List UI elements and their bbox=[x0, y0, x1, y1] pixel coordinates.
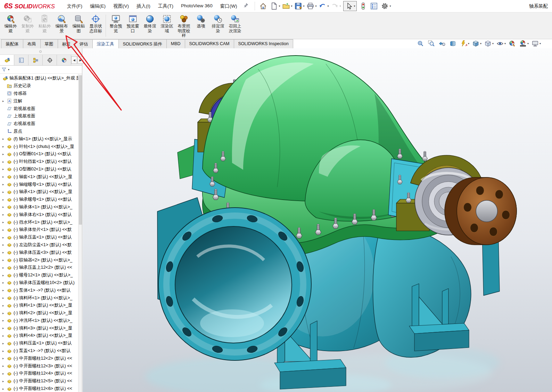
expand-arrow-icon[interactable]: ▸ bbox=[2, 243, 7, 247]
heads-up-button[interactable]: ▾ bbox=[472, 40, 481, 47]
expand-arrow-icon[interactable]: ▸ bbox=[2, 364, 7, 368]
tree-item[interactable]: ▸ (-) 中开面螺柱12<6> (默认) << bbox=[0, 385, 78, 392]
quick-toolbar-button[interactable]: ▾ bbox=[380, 1, 392, 11]
expand-arrow-icon[interactable]: ▸ bbox=[2, 190, 7, 194]
tree-item[interactable]: ▸ (-) 轴承压盖<1> (默认) <<默认 bbox=[0, 234, 78, 241]
tree-item[interactable]: 上视基准面 bbox=[0, 112, 78, 120]
pump-model-3d[interactable] bbox=[83, 48, 552, 392]
expand-arrow-icon[interactable]: ▸ bbox=[2, 213, 7, 216]
ribbon-button[interactable]: 预览窗 口 bbox=[124, 14, 141, 38]
tree-item[interactable]: ▸ (-) 轴承体右<1> (默认) <<默认 bbox=[0, 211, 78, 218]
expand-arrow-icon[interactable]: ▸ bbox=[2, 175, 7, 178]
tree-item[interactable]: ▸ (-) 填料<1> (默认) <<默认>_显 bbox=[0, 302, 78, 309]
quick-toolbar-button[interactable] bbox=[369, 1, 379, 11]
heads-up-button[interactable]: ▾ bbox=[460, 40, 469, 47]
expand-arrow-icon[interactable]: ▸ bbox=[2, 342, 7, 345]
tree-item[interactable]: ▸ (-) 轴套<1> (默认) <<默认>_显 bbox=[0, 173, 78, 181]
expand-arrow-icon[interactable]: ▸ bbox=[2, 319, 7, 322]
command-tab[interactable]: 评估 bbox=[75, 39, 93, 48]
tree-item[interactable]: ▸ (-) 联轴器<2> (默认) <<默认>_ bbox=[0, 256, 78, 264]
expand-arrow-icon[interactable]: ▸ bbox=[2, 258, 7, 262]
quick-toolbar-button[interactable] bbox=[258, 1, 269, 11]
expand-arrow-icon[interactable]: ▸ bbox=[2, 198, 7, 201]
dropdown-caret[interactable]: ▾ bbox=[315, 5, 316, 8]
dropdown-caret[interactable]: ▾ bbox=[480, 42, 481, 45]
quick-toolbar-button[interactable]: ▾ bbox=[318, 1, 329, 11]
command-tab[interactable]: 标注 bbox=[58, 39, 75, 48]
tree-item[interactable]: ▸ (-) 填料环<1> (默认) <<默认>_ bbox=[0, 294, 78, 302]
tree-item[interactable]: ▸ (-) 轴承<1> (默认) <<默认>_显 bbox=[0, 188, 78, 196]
tree-item[interactable]: ▸ (-) O型圈01<1> (默认) <<默认 bbox=[0, 150, 78, 158]
expand-arrow-icon[interactable]: ▸ bbox=[2, 145, 7, 148]
dropdown-caret[interactable]: ▾ bbox=[354, 5, 355, 8]
quick-toolbar-button[interactable]: ▾ bbox=[294, 1, 305, 11]
feature-manager-tab[interactable] bbox=[14, 55, 28, 65]
dropdown-caret[interactable]: ▾ bbox=[291, 5, 292, 8]
tree-item[interactable]: ▸ (-) 轴承体压盖螺柱10<2> (默认) bbox=[0, 279, 78, 287]
dropdown-caret[interactable]: ▾ bbox=[492, 42, 494, 45]
dropdown-caret[interactable]: ▾ bbox=[468, 42, 469, 45]
tree-item[interactable]: ▸ (-) 填料压盖<1> (默认) <<默认 bbox=[0, 340, 78, 347]
splitter-handle-icon[interactable] bbox=[39, 50, 42, 53]
tree-item[interactable]: ▸ (-) 泵体<1> ->? (默认) <<默认 bbox=[0, 286, 78, 294]
tree-item[interactable]: ▸ (-) 叶轮挡套<1> (默认) <<默认 bbox=[0, 158, 78, 166]
expand-arrow-icon[interactable]: ▸ bbox=[2, 289, 7, 292]
feature-manager-tab[interactable] bbox=[28, 55, 43, 65]
tree-item[interactable]: ▸ (-) 轴承螺母<1> (默认) <<默认 bbox=[0, 196, 78, 203]
heads-up-button[interactable]: ▾ bbox=[532, 40, 541, 47]
expand-arrow-icon[interactable]: ▸ bbox=[2, 220, 7, 224]
suction-flange-ring[interactable] bbox=[158, 208, 311, 360]
menu-item[interactable]: 视图(V) bbox=[109, 0, 133, 12]
feature-manager-tab[interactable] bbox=[57, 55, 71, 65]
tree-item[interactable]: ▸ (-) 轴承体垫片<1> (默认) <<默 bbox=[0, 226, 78, 234]
tree-item[interactable]: 传感器 bbox=[0, 90, 78, 98]
menu-item[interactable]: 窗口(W) bbox=[216, 0, 241, 12]
expand-arrow-icon[interactable]: ▸ bbox=[2, 137, 7, 141]
heads-up-button[interactable]: ▾ bbox=[484, 40, 494, 47]
menu-item[interactable]: 文件(F) bbox=[63, 0, 86, 12]
ribbon-button[interactable]: 最终渲 染 bbox=[141, 14, 158, 38]
command-tab[interactable]: SOLIDWORKS Inspection bbox=[234, 39, 293, 48]
quick-toolbar-button[interactable]: ▾ bbox=[306, 1, 317, 11]
dropdown-caret[interactable]: ▾ bbox=[339, 5, 341, 8]
expand-arrow-icon[interactable]: ▸ bbox=[2, 228, 7, 232]
panel-scroll-left-button[interactable]: ◀ bbox=[71, 56, 77, 64]
tree-item[interactable]: 历史记录 bbox=[0, 82, 78, 90]
feature-manager-tab[interactable] bbox=[0, 55, 14, 65]
command-tab[interactable]: SOLIDWORKS 插件 bbox=[118, 39, 167, 48]
menu-item[interactable]: PhotoView 360 bbox=[177, 0, 216, 12]
expand-arrow-icon[interactable]: ▸ bbox=[2, 372, 7, 375]
command-tab[interactable]: 装配体 bbox=[1, 39, 23, 48]
command-tab[interactable]: MBD bbox=[166, 39, 185, 48]
tree-item[interactable]: ▸ (-) 填料<4> (默认) <<默认>_显 bbox=[0, 332, 78, 340]
expand-arrow-icon[interactable]: ▸ bbox=[2, 349, 7, 353]
command-tab[interactable]: 草图 bbox=[40, 39, 58, 48]
dropdown-caret[interactable]: ▾ bbox=[504, 42, 506, 45]
tree-item[interactable]: ▸ (-) 中开面螺柱12<4> (默认) << bbox=[0, 370, 78, 377]
dropdown-caret[interactable]: ▾ bbox=[279, 5, 280, 8]
expand-arrow-icon[interactable]: ▸ bbox=[2, 160, 7, 164]
tree-item[interactable]: ▸ (-) 左边防尘盖<1> (默认) <<默 bbox=[0, 241, 78, 249]
panel-splitter[interactable] bbox=[0, 48, 82, 55]
expand-arrow-icon[interactable]: ▸ bbox=[2, 380, 7, 383]
tree-item[interactable]: 轴系装配体1 (默认) <<默认>_外观 显 bbox=[0, 75, 78, 82]
quick-toolbar-button[interactable]: ▾ bbox=[281, 1, 293, 11]
expand-arrow-icon[interactable]: ▸ bbox=[2, 152, 7, 156]
expand-arrow-icon[interactable]: ▸ bbox=[2, 251, 7, 254]
tree-item[interactable]: 右视基准面 bbox=[0, 120, 78, 128]
ribbon-button[interactable]: 布景照 明度校 样 bbox=[175, 14, 192, 38]
ribbon-button[interactable]: 显示状 态目标 bbox=[87, 14, 104, 33]
ribbon-button[interactable]: 召回上 次渲染 bbox=[226, 14, 244, 38]
tree-item[interactable]: ▸ (-) 挡水环<1> (默认) <<默认>_ bbox=[0, 218, 78, 226]
filter-dropdown-caret[interactable]: ▾ bbox=[8, 68, 9, 71]
dropdown-caret[interactable]: ▾ bbox=[527, 42, 529, 45]
expand-arrow-icon[interactable]: ▸ bbox=[2, 387, 7, 391]
heads-up-button[interactable] bbox=[438, 40, 446, 47]
tree-item[interactable]: ▸ (-) 中开面螺柱12<5> (默认) << bbox=[0, 377, 78, 385]
heads-up-button[interactable] bbox=[428, 40, 436, 47]
tree-item[interactable]: ▸ (-) 叶轮<1> (chutu) <<默认>_显 bbox=[0, 143, 78, 150]
expand-arrow-icon[interactable]: ▸ bbox=[2, 326, 7, 330]
filter-icon[interactable] bbox=[1, 67, 7, 72]
ribbon-button[interactable]: 粘贴外 观 bbox=[36, 14, 53, 33]
expand-arrow-icon[interactable]: ▸ bbox=[2, 236, 7, 239]
